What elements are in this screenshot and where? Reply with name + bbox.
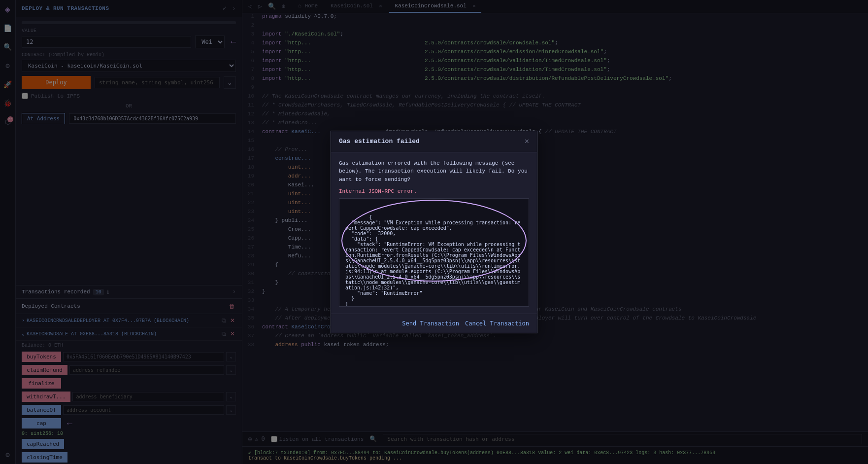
cancel-transaction-button[interactable]: Cancel Transaction [465,320,529,327]
send-transaction-button[interactable]: Send Transaction [402,320,459,327]
modal-overlay: Gas estimation failed × Gas estimation e… [0,0,868,464]
modal-sub-label: Internal JSON-RPC error. [339,188,529,194]
modal-footer: Send Transaction Cancel Transaction [331,314,537,333]
modal-error-box[interactable]: { "message": "VM Exception while process… [339,198,529,307]
modal-desc-text: Gas estimation errored with the followin… [339,160,528,182]
modal-error-content: { "message": "VM Exception while process… [345,214,520,307]
modal-body: Gas estimation errored with the followin… [331,152,537,314]
gas-estimation-modal: Gas estimation failed × Gas estimation e… [331,131,537,334]
modal-description: Gas estimation errored with the followin… [339,159,529,184]
modal-title: Gas estimation failed [339,138,420,145]
modal-header: Gas estimation failed × [331,131,537,152]
modal-close-button[interactable]: × [525,137,529,146]
